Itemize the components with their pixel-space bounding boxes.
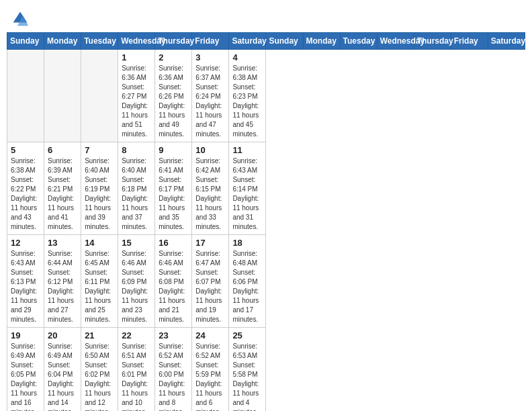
col-header-friday: Friday xyxy=(451,33,488,50)
calendar-cell: 22Sunrise: 6:51 AM Sunset: 6:01 PM Dayli… xyxy=(118,328,155,412)
day-number: 8 xyxy=(122,145,151,155)
day-info: Sunrise: 6:49 AM Sunset: 6:04 PM Dayligh… xyxy=(48,342,77,411)
calendar-cell: 9Sunrise: 6:41 AM Sunset: 6:17 PM Daylig… xyxy=(155,142,192,235)
day-info: Sunrise: 6:42 AM Sunset: 6:15 PM Dayligh… xyxy=(195,156,225,232)
calendar-row: 5Sunrise: 6:38 AM Sunset: 6:22 PM Daylig… xyxy=(7,142,525,235)
day-number: 9 xyxy=(159,145,188,155)
day-info: Sunrise: 6:38 AM Sunset: 6:22 PM Dayligh… xyxy=(11,156,40,232)
calendar-cell: 20Sunrise: 6:49 AM Sunset: 6:04 PM Dayli… xyxy=(44,328,81,412)
day-number: 18 xyxy=(232,238,262,248)
day-info: Sunrise: 6:48 AM Sunset: 6:06 PM Dayligh… xyxy=(232,249,262,324)
day-info: Sunrise: 6:43 AM Sunset: 6:14 PM Dayligh… xyxy=(232,156,262,232)
calendar-cell: 17Sunrise: 6:47 AM Sunset: 6:07 PM Dayli… xyxy=(192,235,229,328)
calendar-cell: 14Sunrise: 6:45 AM Sunset: 6:11 PM Dayli… xyxy=(81,235,118,328)
day-number: 10 xyxy=(195,145,225,155)
calendar-row: 19Sunrise: 6:49 AM Sunset: 6:05 PM Dayli… xyxy=(7,328,525,412)
logo-icon xyxy=(12,11,28,27)
calendar-cell: 24Sunrise: 6:52 AM Sunset: 5:59 PM Dayli… xyxy=(192,328,229,412)
col-header-saturday: Saturday xyxy=(229,33,266,50)
col-header-friday: Friday xyxy=(192,33,229,50)
calendar-cell: 11Sunrise: 6:43 AM Sunset: 6:14 PM Dayli… xyxy=(229,142,266,235)
col-header-wednesday: Wednesday xyxy=(377,33,414,50)
day-number: 3 xyxy=(195,52,225,62)
header-row: SundayMondayTuesdayWednesdayThursdayFrid… xyxy=(7,33,525,50)
col-header-tuesday: Tuesday xyxy=(81,33,118,50)
day-number: 1 xyxy=(122,52,151,62)
day-number: 23 xyxy=(159,330,188,340)
day-number: 24 xyxy=(195,330,225,340)
col-header-thursday: Thursday xyxy=(414,33,451,50)
day-number: 5 xyxy=(11,145,40,155)
col-header-tuesday: Tuesday xyxy=(340,33,377,50)
calendar-cell: 10Sunrise: 6:42 AM Sunset: 6:15 PM Dayli… xyxy=(192,142,229,235)
day-info: Sunrise: 6:40 AM Sunset: 6:18 PM Dayligh… xyxy=(122,156,151,232)
calendar-cell: 23Sunrise: 6:52 AM Sunset: 6:00 PM Dayli… xyxy=(155,328,192,412)
col-header-wednesday: Wednesday xyxy=(118,33,155,50)
day-number: 12 xyxy=(11,238,40,248)
day-info: Sunrise: 6:41 AM Sunset: 6:17 PM Dayligh… xyxy=(159,156,188,232)
calendar-row: 1Sunrise: 6:36 AM Sunset: 6:27 PM Daylig… xyxy=(7,50,525,142)
calendar-cell: 18Sunrise: 6:48 AM Sunset: 6:06 PM Dayli… xyxy=(229,235,266,328)
col-header-sunday: Sunday xyxy=(7,33,44,50)
day-info: Sunrise: 6:45 AM Sunset: 6:11 PM Dayligh… xyxy=(85,249,114,324)
day-info: Sunrise: 6:36 AM Sunset: 6:26 PM Dayligh… xyxy=(159,64,188,139)
page-header xyxy=(7,7,525,27)
day-info: Sunrise: 6:36 AM Sunset: 6:27 PM Dayligh… xyxy=(122,64,151,139)
day-info: Sunrise: 6:39 AM Sunset: 6:21 PM Dayligh… xyxy=(48,156,77,232)
day-info: Sunrise: 6:53 AM Sunset: 5:58 PM Dayligh… xyxy=(232,342,262,411)
col-header-monday: Monday xyxy=(44,33,81,50)
day-info: Sunrise: 6:52 AM Sunset: 6:00 PM Dayligh… xyxy=(159,342,188,411)
day-info: Sunrise: 6:37 AM Sunset: 6:24 PM Dayligh… xyxy=(195,64,225,139)
day-info: Sunrise: 6:38 AM Sunset: 6:23 PM Dayligh… xyxy=(232,64,262,139)
day-number: 14 xyxy=(85,238,114,248)
logo xyxy=(9,11,28,27)
day-number: 20 xyxy=(48,330,77,340)
day-number: 22 xyxy=(122,330,151,340)
day-number: 11 xyxy=(232,145,262,155)
col-header-thursday: Thursday xyxy=(155,33,192,50)
calendar-cell: 12Sunrise: 6:43 AM Sunset: 6:13 PM Dayli… xyxy=(7,235,44,328)
calendar-cell: 25Sunrise: 6:53 AM Sunset: 5:58 PM Dayli… xyxy=(229,328,266,412)
day-info: Sunrise: 6:47 AM Sunset: 6:07 PM Dayligh… xyxy=(195,249,225,324)
calendar-cell: 21Sunrise: 6:50 AM Sunset: 6:02 PM Dayli… xyxy=(81,328,118,412)
col-header-sunday: Sunday xyxy=(266,33,303,50)
day-number: 25 xyxy=(232,330,262,340)
calendar-table: SundayMondayTuesdayWednesdayThursdayFrid… xyxy=(7,32,525,411)
day-info: Sunrise: 6:51 AM Sunset: 6:01 PM Dayligh… xyxy=(122,342,151,411)
day-number: 6 xyxy=(48,145,77,155)
day-number: 19 xyxy=(11,330,40,340)
calendar-cell: 5Sunrise: 6:38 AM Sunset: 6:22 PM Daylig… xyxy=(7,142,44,235)
calendar-row: 12Sunrise: 6:43 AM Sunset: 6:13 PM Dayli… xyxy=(7,235,525,328)
day-info: Sunrise: 6:43 AM Sunset: 6:13 PM Dayligh… xyxy=(11,249,40,324)
day-number: 15 xyxy=(122,238,151,248)
calendar-cell: 6Sunrise: 6:39 AM Sunset: 6:21 PM Daylig… xyxy=(44,142,81,235)
calendar-cell: 8Sunrise: 6:40 AM Sunset: 6:18 PM Daylig… xyxy=(118,142,155,235)
day-number: 2 xyxy=(159,52,188,62)
day-info: Sunrise: 6:52 AM Sunset: 5:59 PM Dayligh… xyxy=(195,342,225,411)
calendar-cell: 3Sunrise: 6:37 AM Sunset: 6:24 PM Daylig… xyxy=(192,50,229,142)
day-info: Sunrise: 6:46 AM Sunset: 6:09 PM Dayligh… xyxy=(122,249,151,324)
col-header-saturday: Saturday xyxy=(488,33,525,50)
calendar-cell: 13Sunrise: 6:44 AM Sunset: 6:12 PM Dayli… xyxy=(44,235,81,328)
calendar-cell xyxy=(7,50,44,142)
day-info: Sunrise: 6:50 AM Sunset: 6:02 PM Dayligh… xyxy=(85,342,114,411)
day-number: 17 xyxy=(195,238,225,248)
day-number: 4 xyxy=(232,52,262,62)
calendar-cell: 4Sunrise: 6:38 AM Sunset: 6:23 PM Daylig… xyxy=(229,50,266,142)
calendar-cell: 7Sunrise: 6:40 AM Sunset: 6:19 PM Daylig… xyxy=(81,142,118,235)
col-header-monday: Monday xyxy=(303,33,340,50)
day-info: Sunrise: 6:46 AM Sunset: 6:08 PM Dayligh… xyxy=(159,249,188,324)
day-number: 7 xyxy=(85,145,114,155)
day-info: Sunrise: 6:44 AM Sunset: 6:12 PM Dayligh… xyxy=(48,249,77,324)
calendar-cell: 1Sunrise: 6:36 AM Sunset: 6:27 PM Daylig… xyxy=(118,50,155,142)
calendar-cell: 16Sunrise: 6:46 AM Sunset: 6:08 PM Dayli… xyxy=(155,235,192,328)
day-number: 16 xyxy=(159,238,188,248)
calendar-cell xyxy=(81,50,118,142)
day-number: 13 xyxy=(48,238,77,248)
day-info: Sunrise: 6:49 AM Sunset: 6:05 PM Dayligh… xyxy=(11,342,40,411)
calendar-cell xyxy=(44,50,81,142)
day-info: Sunrise: 6:40 AM Sunset: 6:19 PM Dayligh… xyxy=(85,156,114,232)
calendar-cell: 19Sunrise: 6:49 AM Sunset: 6:05 PM Dayli… xyxy=(7,328,44,412)
calendar-cell: 15Sunrise: 6:46 AM Sunset: 6:09 PM Dayli… xyxy=(118,235,155,328)
calendar-cell: 2Sunrise: 6:36 AM Sunset: 6:26 PM Daylig… xyxy=(155,50,192,142)
